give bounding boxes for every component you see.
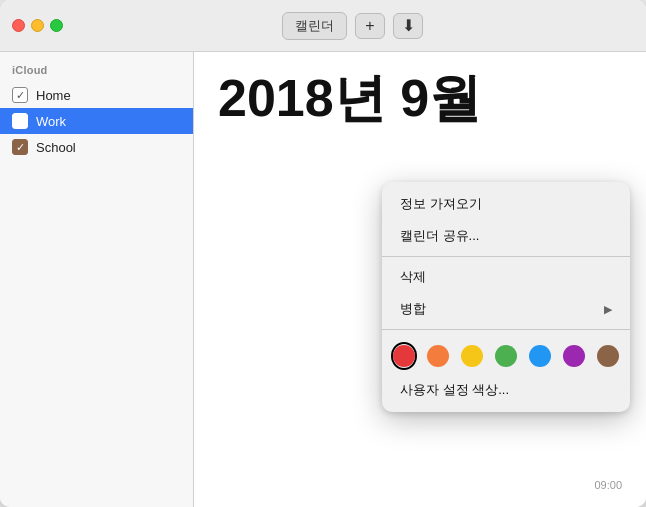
color-swatch-red[interactable]	[391, 342, 417, 370]
sidebar-item-work[interactable]: ✓ Work	[0, 108, 193, 134]
color-swatch-red-inner	[393, 345, 415, 367]
menu-divider-2	[382, 329, 630, 330]
download-icon: ⬇	[402, 16, 415, 35]
calendar-button[interactable]: 캘린더	[282, 12, 347, 40]
main-area: iCloud ✓ Home ✓ Work ✓ School	[0, 52, 646, 507]
home-check-icon: ✓	[16, 90, 25, 101]
color-swatch-orange-inner	[427, 345, 449, 367]
color-swatch-yellow[interactable]	[459, 342, 485, 370]
calendar-area: 2018년 9월 09:00 정보 가져오기 캘린더 공유... 삭제 병합 ▶	[194, 52, 646, 507]
add-icon: +	[365, 17, 374, 35]
color-swatch-yellow-inner	[461, 345, 483, 367]
color-swatch-purple[interactable]	[561, 342, 587, 370]
home-checkbox[interactable]: ✓	[12, 87, 28, 103]
color-swatch-green-inner	[495, 345, 517, 367]
context-menu: 정보 가져오기 캘린더 공유... 삭제 병합 ▶	[382, 182, 630, 412]
home-label: Home	[36, 88, 71, 103]
close-button[interactable]	[12, 19, 25, 32]
color-swatch-blue[interactable]	[527, 342, 553, 370]
calendar-header: 2018년 9월	[194, 52, 646, 124]
school-check-icon: ✓	[16, 142, 25, 153]
color-swatch-green[interactable]	[493, 342, 519, 370]
add-button[interactable]: +	[355, 13, 385, 39]
sidebar-item-home[interactable]: ✓ Home	[0, 82, 193, 108]
menu-item-import-info[interactable]: 정보 가져오기	[382, 188, 630, 220]
color-swatch-blue-inner	[529, 345, 551, 367]
work-label: Work	[36, 114, 66, 129]
titlebar: 캘린더 + ⬇	[0, 0, 646, 52]
work-check-icon: ✓	[16, 116, 25, 127]
color-swatch-brown[interactable]	[595, 342, 621, 370]
menu-divider-1	[382, 256, 630, 257]
color-picker-row	[382, 334, 630, 374]
sidebar-item-school[interactable]: ✓ School	[0, 134, 193, 160]
menu-item-share-calendar[interactable]: 캘린더 공유...	[382, 220, 630, 252]
zoom-button[interactable]	[50, 19, 63, 32]
menu-item-delete[interactable]: 삭제	[382, 261, 630, 293]
sidebar-section-icloud: iCloud	[0, 64, 193, 82]
merge-submenu-arrow: ▶	[604, 303, 612, 316]
color-swatch-purple-inner	[563, 345, 585, 367]
sidebar: iCloud ✓ Home ✓ Work ✓ School	[0, 52, 194, 507]
share-calendar-label: 캘린더 공유...	[400, 227, 479, 245]
time-label: 09:00	[594, 479, 622, 491]
traffic-lights	[12, 19, 63, 32]
download-button[interactable]: ⬇	[393, 13, 423, 39]
merge-label: 병합	[400, 300, 426, 318]
import-info-label: 정보 가져오기	[400, 195, 482, 213]
titlebar-center: 캘린더 + ⬇	[71, 12, 634, 40]
color-swatch-orange[interactable]	[425, 342, 451, 370]
work-checkbox[interactable]: ✓	[12, 113, 28, 129]
custom-color-label: 사용자 설정 색상...	[400, 381, 509, 399]
school-label: School	[36, 140, 76, 155]
calendar-label: 캘린더	[295, 17, 334, 35]
delete-label: 삭제	[400, 268, 426, 286]
app-window: 캘린더 + ⬇ iCloud ✓ Home ✓	[0, 0, 646, 507]
color-swatch-brown-inner	[597, 345, 619, 367]
minimize-button[interactable]	[31, 19, 44, 32]
menu-item-custom-color[interactable]: 사용자 설정 색상...	[382, 374, 630, 406]
menu-item-merge[interactable]: 병합 ▶	[382, 293, 630, 325]
school-checkbox[interactable]: ✓	[12, 139, 28, 155]
